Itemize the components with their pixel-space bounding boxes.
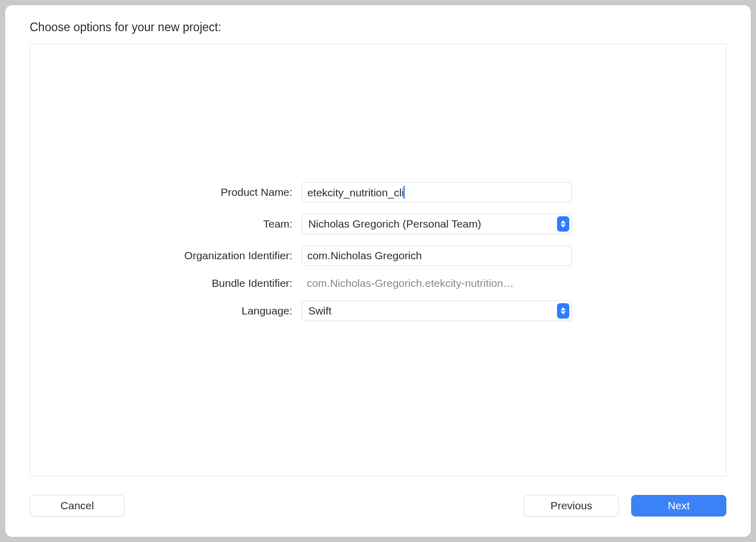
bundle-identifier-value: com.Nicholas-Gregorich.etekcity-nutritio… xyxy=(302,277,572,289)
team-select-value: Nicholas Gregorich (Personal Team) xyxy=(308,218,481,230)
updown-stepper-icon xyxy=(557,303,569,319)
team-label: Team: xyxy=(184,218,292,230)
language-select-value: Swift xyxy=(308,305,332,317)
language-label: Language: xyxy=(184,305,292,317)
cancel-button[interactable]: Cancel xyxy=(30,495,125,516)
button-bar: Cancel Previous Next xyxy=(30,495,726,516)
language-select[interactable]: Swift xyxy=(302,301,572,321)
org-identifier-input[interactable] xyxy=(302,245,572,266)
options-panel: Product Name: Team: Nicholas Gregorich (… xyxy=(30,43,726,477)
product-name-label: Product Name: xyxy=(184,186,292,198)
dialog-title: Choose options for your new project: xyxy=(30,20,726,34)
product-name-input-wrap[interactable] xyxy=(302,182,572,202)
button-group-right: Previous Next xyxy=(524,495,726,516)
org-identifier-label: Organization Identifier: xyxy=(184,250,292,262)
new-project-options-dialog: Choose options for your new project: Pro… xyxy=(5,5,751,537)
product-name-input[interactable] xyxy=(302,182,572,202)
bundle-identifier-label: Bundle Identifier: xyxy=(184,277,292,289)
next-button[interactable]: Next xyxy=(631,495,726,516)
previous-button[interactable]: Previous xyxy=(524,495,619,516)
options-form: Product Name: Team: Nicholas Gregorich (… xyxy=(184,182,571,321)
team-select[interactable]: Nicholas Gregorich (Personal Team) xyxy=(302,214,572,234)
updown-stepper-icon xyxy=(557,216,569,232)
